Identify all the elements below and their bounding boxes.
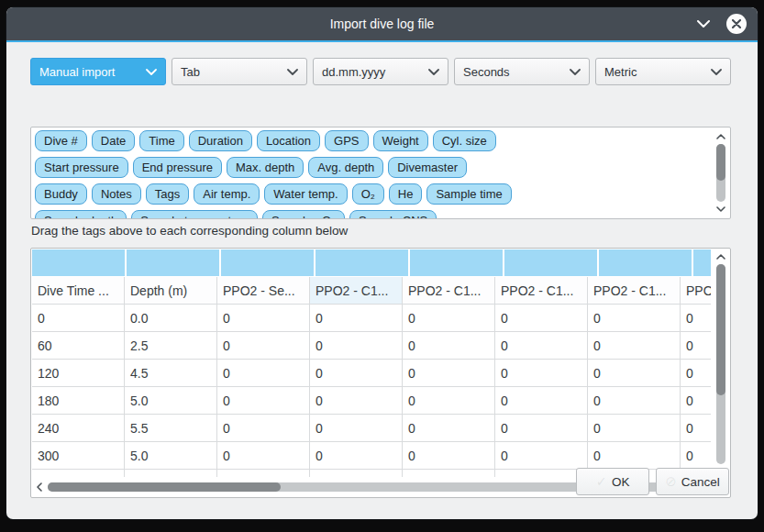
import-options-row: Manual import Tab dd.mm.yyyy Seconds bbox=[30, 58, 731, 85]
tag-row: Start pressureEnd pressureMax. depthAvg.… bbox=[35, 157, 708, 178]
drop-target-row bbox=[32, 249, 711, 276]
titlebar[interactable]: Import dive log file bbox=[6, 7, 758, 40]
scrollbar-thumb[interactable] bbox=[716, 144, 725, 181]
drop-target-cell[interactable] bbox=[599, 249, 692, 276]
tag-sample-temperature[interactable]: Sample temperature bbox=[131, 210, 258, 219]
tag-cyl-size[interactable]: Cyl. size bbox=[433, 130, 496, 151]
table-cell: 0 bbox=[310, 387, 403, 414]
table-cell: 5.0 bbox=[125, 387, 217, 414]
scroll-up-icon[interactable] bbox=[714, 131, 727, 142]
chevron-down-icon[interactable] bbox=[695, 16, 712, 32]
tag-weight[interactable]: Weight bbox=[373, 130, 428, 151]
tags-scrollbar[interactable] bbox=[714, 131, 727, 215]
table-cell: 0 bbox=[495, 442, 588, 469]
units-select[interactable]: Metric bbox=[595, 58, 731, 85]
table-cell: 0 bbox=[403, 387, 495, 414]
table-cell: 240 bbox=[32, 415, 125, 441]
tag-buddy[interactable]: Buddy bbox=[35, 183, 87, 205]
tag-date[interactable]: Date bbox=[92, 130, 135, 151]
table-cell: 0 bbox=[588, 305, 681, 331]
tag-row: BuddyNotesTagsAir temp.Water temp.O₂HeSa… bbox=[35, 183, 708, 205]
column-header: PPO2 - C1... bbox=[588, 277, 681, 304]
column-header: PPO2 - C1... bbox=[681, 277, 711, 304]
preview-table: Dive Time ...Depth (m)PPO2 - Se...PPO2 -… bbox=[30, 248, 731, 498]
tag-sample-depth[interactable]: Sample depth bbox=[35, 210, 127, 219]
units-value: Metric bbox=[604, 65, 637, 79]
ok-label: OK bbox=[612, 475, 630, 489]
column-header: Dive Time ... bbox=[32, 277, 125, 304]
table-cell: 0 bbox=[681, 305, 711, 331]
tag-max-depth[interactable]: Max. depth bbox=[227, 157, 304, 178]
date-format-value: dd.mm.yyyy bbox=[322, 65, 385, 79]
tags-panel: Dive #DateTimeDurationLocationGPSWeightC… bbox=[30, 127, 731, 219]
ok-button[interactable]: ✓ OK bbox=[576, 468, 649, 495]
tag-tags[interactable]: Tags bbox=[146, 183, 189, 205]
tag-time[interactable]: Time bbox=[139, 130, 183, 151]
table-cell: 0 bbox=[588, 442, 681, 469]
scroll-left-icon[interactable] bbox=[34, 480, 45, 494]
table-area: Dive Time ...Depth (m)PPO2 - Se...PPO2 -… bbox=[32, 249, 711, 477]
chevron-down-icon bbox=[287, 69, 298, 75]
table-header-row: Dive Time ...Depth (m)PPO2 - Se...PPO2 -… bbox=[32, 277, 711, 305]
tag-gps[interactable]: GPS bbox=[325, 130, 368, 151]
tag-duration[interactable]: Duration bbox=[189, 130, 252, 151]
field-separator-select[interactable]: Tab bbox=[172, 58, 307, 85]
table-cell: 0.0 bbox=[125, 305, 217, 331]
chevron-down-icon bbox=[570, 69, 581, 75]
tag-location[interactable]: Location bbox=[257, 130, 320, 151]
table-cell: 0 bbox=[310, 415, 403, 441]
tag-start-pressure[interactable]: Start pressure bbox=[35, 157, 128, 178]
table-cell: 0 bbox=[588, 332, 681, 359]
table-vertical-scrollbar[interactable] bbox=[714, 251, 727, 477]
import-type-select[interactable]: Manual import bbox=[30, 58, 166, 85]
scroll-up-icon[interactable] bbox=[714, 251, 727, 262]
tag-air-temp[interactable]: Air temp. bbox=[194, 183, 260, 205]
table-cell: 0 bbox=[310, 360, 403, 386]
tag-sample-time[interactable]: Sample time bbox=[426, 183, 511, 205]
drop-target-cell[interactable] bbox=[127, 249, 219, 276]
tag-sample-cns[interactable]: Sample CNS bbox=[349, 210, 437, 219]
table-body: 00.0000000602.50000001204.50000001805.00… bbox=[32, 305, 711, 477]
drop-target-cell[interactable] bbox=[221, 249, 314, 276]
tag-divemaster[interactable]: Divemaster bbox=[388, 157, 467, 178]
scrollbar-thumb[interactable] bbox=[48, 482, 281, 492]
table-cell bbox=[217, 470, 310, 477]
table-cell: 0 bbox=[217, 387, 310, 414]
drop-target-cell[interactable] bbox=[32, 249, 125, 276]
table-cell: 0 bbox=[310, 305, 403, 331]
tags-list: Dive #DateTimeDurationLocationGPSWeightC… bbox=[35, 130, 708, 219]
tag-dive[interactable]: Dive # bbox=[35, 130, 87, 151]
tag-avg-depth[interactable]: Avg. depth bbox=[308, 157, 383, 178]
field-separator-value: Tab bbox=[181, 65, 200, 79]
table-cell: 0 bbox=[681, 415, 711, 441]
table-cell: 0 bbox=[495, 332, 588, 359]
table-cell: 0 bbox=[217, 442, 310, 469]
column-header: PPO2 - C1... bbox=[403, 277, 495, 304]
tag-water-temp[interactable]: Water temp. bbox=[264, 183, 347, 205]
table-row: 602.5000000 bbox=[32, 332, 711, 360]
drop-target-cell[interactable] bbox=[316, 249, 408, 276]
table-cell: 0 bbox=[217, 332, 310, 359]
drop-target-cell[interactable] bbox=[504, 249, 597, 276]
tag-o[interactable]: O₂ bbox=[352, 183, 384, 205]
instruction-text: Drag the tags above to each correspondin… bbox=[31, 224, 348, 238]
column-header: Depth (m) bbox=[125, 277, 217, 304]
cancel-button[interactable]: ⊘ Cancel bbox=[656, 468, 729, 495]
tag-sample-po[interactable]: Sample pO₂ bbox=[262, 210, 345, 219]
table-cell: 0 bbox=[681, 332, 711, 359]
drop-target-cell[interactable] bbox=[410, 249, 503, 276]
duration-format-select[interactable]: Seconds bbox=[454, 58, 590, 85]
drop-target-cell[interactable] bbox=[693, 249, 711, 276]
table-cell: 0 bbox=[217, 360, 310, 386]
table-cell: 0 bbox=[681, 442, 711, 469]
table-cell: 0 bbox=[403, 360, 495, 386]
date-format-select[interactable]: dd.mm.yyyy bbox=[313, 58, 448, 85]
table-cell: 2.5 bbox=[125, 332, 217, 359]
scroll-down-icon[interactable] bbox=[714, 204, 727, 215]
tag-notes[interactable]: Notes bbox=[92, 183, 141, 205]
tag-he[interactable]: He bbox=[389, 183, 423, 205]
scrollbar-thumb[interactable] bbox=[716, 264, 725, 395]
close-icon[interactable] bbox=[726, 14, 747, 34]
table-cell bbox=[403, 470, 495, 477]
tag-end-pressure[interactable]: End pressure bbox=[133, 157, 222, 178]
